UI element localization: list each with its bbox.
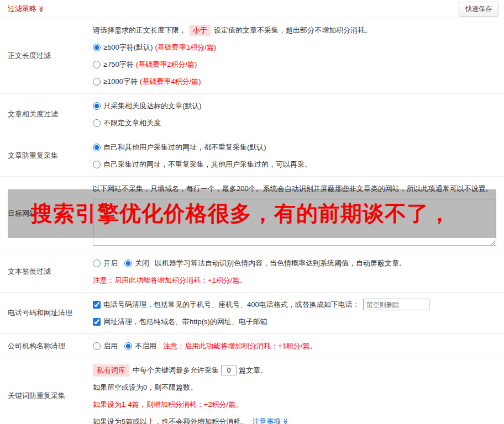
company-clean-label: 公司机构名称清理 xyxy=(0,334,93,358)
chevron-down-icon: ≫ xyxy=(282,418,289,424)
row-dedup: 文章防重复采集 自己和其他用户采集过的网址，都不重复采集(默认) 自己采集过的网… xyxy=(0,135,504,177)
porn-filter-note: 注意：启用此功能将增加积分消耗：+1积分/篇。 xyxy=(93,272,496,289)
radio-relevance-any[interactable]: 不限定文章相关度 xyxy=(93,118,161,128)
intro-pre: 请选择需求的正文长度下限， xyxy=(93,25,186,35)
radio-porn-on[interactable]: 开启 xyxy=(93,258,118,268)
private-lexicon-badge[interactable]: 私有词库 xyxy=(93,364,129,377)
checkbox-url-clean-input[interactable] xyxy=(93,318,101,326)
porn-filter-label: 文本鉴黄过滤 xyxy=(0,251,93,292)
checkbox-phone-clean-input[interactable] xyxy=(93,301,101,309)
radio-dedup-global[interactable]: 自己和其他用户采集过的网址，都不重复采集(默认) xyxy=(93,142,266,152)
row-company-clean: 公司机构名称清理 启用 不启用 注意：启用此功能将增加积分消耗：+1积分/篇。 xyxy=(0,334,504,358)
radio-company-off-input[interactable] xyxy=(124,342,132,350)
radio-relevance-strict-input[interactable] xyxy=(93,102,101,110)
radio-company-off[interactable]: 不启用 xyxy=(124,341,156,351)
radio-company-on[interactable]: 启用 xyxy=(93,341,118,351)
radio-relevance-strict[interactable]: 只采集相关度达标的文章(默认) xyxy=(93,101,202,111)
length-filter-label: 正文长度过滤 xyxy=(0,18,93,93)
radio-length-750-label: ≥750字符 xyxy=(103,60,134,70)
relevance-filter-label: 文章相关度过滤 xyxy=(0,94,93,135)
row-length-filter: 正文长度过滤 请选择需求的正文长度下限， 小于 设定值的文章不采集，超出部分不增… xyxy=(0,18,504,94)
keyword-line3: 如果设为1-4篇，则增加积分消耗：+2积分/篇。 xyxy=(93,396,496,413)
watermark-text: 搜索引擎优化价格很多，有的前期谈不了， xyxy=(8,199,451,229)
radio-dedup-self[interactable]: 自己采集过的网址，不重复采集，其他用户采集过的，可以再采。 xyxy=(93,160,312,169)
row-porn-filter: 文本鉴黄过滤 开启 关闭 以机器学习算法自动识别色情内容，当色情概率达到系统阈值… xyxy=(0,251,504,293)
radio-length-500-label: ≥500字符(默认) xyxy=(103,43,153,52)
radio-porn-on-input[interactable] xyxy=(93,259,101,267)
radio-dedup-self-input[interactable] xyxy=(93,161,101,168)
page-title[interactable]: 过滤策略 ≫ xyxy=(8,4,45,14)
radio-length-1000[interactable]: ≥1000字符 xyxy=(93,77,138,87)
less-than-highlight: 小于 xyxy=(190,25,211,36)
radio-company-off-label: 不启用 xyxy=(135,341,156,351)
radio-length-1000-label: ≥1000字符 xyxy=(103,77,138,87)
radio-dedup-self-label: 自己采集过的网址，不重复采集，其他用户采集过的，可以再采。 xyxy=(103,160,312,169)
keyword-count-input[interactable] xyxy=(221,365,237,375)
row-relevance-filter: 文章相关度过滤 只采集相关度达标的文章(默认) 不限定文章相关度 xyxy=(0,94,504,135)
watermark-overlay: 搜索引擎优化价格很多，有的前期谈不了， xyxy=(8,189,496,238)
header: 过滤策略 ≫ 快速保存 xyxy=(0,0,504,18)
radio-length-1000-note: (基础费率4积分/篇) xyxy=(140,77,201,87)
keyword-line1-mid: 中每个关键词最多允许采集 xyxy=(133,365,219,375)
phone-url-label: 电话号码和网址清理 xyxy=(0,293,93,333)
radio-length-500[interactable]: ≥500字符(默认) xyxy=(93,43,153,52)
radio-porn-off[interactable]: 关闭 xyxy=(124,258,149,268)
radio-relevance-any-label: 不限定文章相关度 xyxy=(103,118,161,128)
row-keyword-dedup: 关键词防重复采集 私有词库 中每个关键词最多允许采集 篇文章。 如果留空或设为0… xyxy=(0,358,504,424)
page-title-text: 过滤策略 xyxy=(8,4,36,14)
checkbox-url-clean-label: 网址清理，包括纯域名、带http(s)的网址、电子邮箱 xyxy=(103,317,267,327)
porn-filter-desc: 以机器学习算法自动识别色情内容，当色情概率达到系统阈值，自动屏蔽文章。 xyxy=(155,258,406,268)
keyword-line4: 如果设为5篇或以上，也不会额外增加积分消耗。 xyxy=(93,417,248,424)
radio-company-on-label: 启用 xyxy=(103,341,118,351)
phone-replace-input[interactable] xyxy=(363,299,429,310)
radio-length-500-input[interactable] xyxy=(93,44,101,51)
chevron-down-icon: ≫ xyxy=(38,6,45,12)
checkbox-phone-clean[interactable]: 电话号码清理，包括常见的手机号、座机号、400电话格式，或替换成如下电话： xyxy=(93,300,360,310)
notice-link[interactable]: 注意事项≫ xyxy=(252,417,289,424)
radio-length-750-input[interactable] xyxy=(93,61,101,68)
company-clean-note: 注意：启用此功能将增加积分消耗：+1积分/篇。 xyxy=(163,341,317,351)
row-phone-url: 电话号码和网址清理 电话号码清理，包括常见的手机号、座机号、400电话格式，或替… xyxy=(0,293,504,334)
radio-relevance-any-input[interactable] xyxy=(93,119,101,127)
keyword-dedup-label: 关键词防重复采集 xyxy=(0,358,93,424)
radio-length-750-note: (基础费率2积分/篇) xyxy=(136,60,197,70)
radio-dedup-global-label: 自己和其他用户采集过的网址，都不重复采集(默认) xyxy=(103,142,266,152)
checkbox-phone-clean-label: 电话号码清理，包括常见的手机号、座机号、400电话格式，或替换成如下电话： xyxy=(103,300,360,310)
keyword-line1-end: 篇文章。 xyxy=(239,365,267,375)
radio-porn-on-label: 开启 xyxy=(103,258,118,268)
checkbox-url-clean[interactable]: 网址清理，包括纯域名、带http(s)的网址、电子邮箱 xyxy=(93,317,267,327)
radio-porn-off-label: 关闭 xyxy=(135,258,149,268)
length-filter-intro: 请选择需求的正文长度下限， 小于 设定值的文章不采集，超出部分不增加积分消耗。 xyxy=(93,22,496,39)
radio-porn-off-input[interactable] xyxy=(124,259,132,267)
radio-relevance-strict-label: 只采集相关度达标的文章(默认) xyxy=(103,101,202,111)
dedup-label: 文章防重复采集 xyxy=(0,135,93,176)
radio-length-500-note: (基础费率1积分/篇) xyxy=(155,43,216,52)
radio-length-750[interactable]: ≥750字符 xyxy=(93,60,134,70)
notice-link-text: 注意事项 xyxy=(252,417,281,424)
radio-company-on-input[interactable] xyxy=(93,342,101,350)
radio-dedup-global-input[interactable] xyxy=(93,144,101,151)
keyword-line2: 如果留空或设为0，则不限篇数。 xyxy=(93,379,496,396)
quick-save-button[interactable]: 快速保存 xyxy=(459,2,498,17)
intro-post: 设定值的文章不采集，超出部分不增加积分消耗。 xyxy=(214,25,372,35)
radio-length-1000-input[interactable] xyxy=(93,78,101,86)
